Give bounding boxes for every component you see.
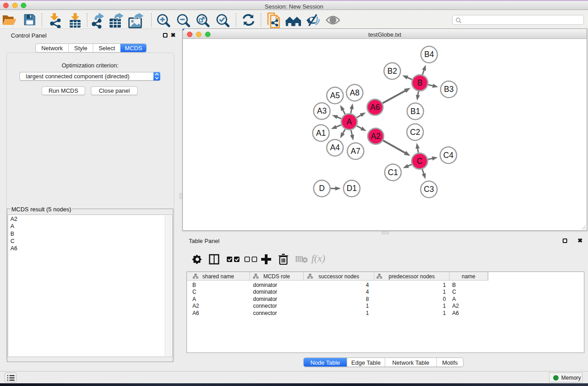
svg-text:D: D [319, 184, 325, 193]
svg-text:C2: C2 [410, 128, 420, 137]
svg-text:A8: A8 [350, 88, 359, 97]
svg-text:C1: C1 [388, 168, 398, 177]
svg-text:B: B [417, 78, 423, 87]
svg-text:A1: A1 [316, 129, 325, 138]
svg-text:D1: D1 [347, 184, 357, 193]
svg-text:A: A [347, 117, 352, 126]
svg-text:C3: C3 [424, 185, 434, 194]
svg-text:A4: A4 [330, 143, 340, 152]
svg-text:A5: A5 [330, 91, 339, 100]
svg-text:A3: A3 [317, 106, 326, 115]
svg-text:C4: C4 [443, 151, 454, 160]
svg-text:B3: B3 [444, 85, 454, 94]
svg-text:B1: B1 [411, 107, 420, 116]
svg-text:B2: B2 [387, 67, 397, 76]
svg-text:B4: B4 [424, 50, 434, 59]
svg-text:A2: A2 [371, 132, 380, 141]
svg-text:A6: A6 [370, 103, 380, 112]
svg-text:A7: A7 [351, 147, 360, 156]
svg-text:C: C [417, 157, 423, 166]
